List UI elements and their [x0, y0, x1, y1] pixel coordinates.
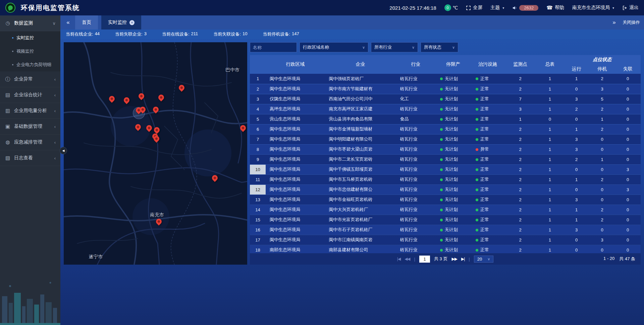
table-row[interactable]: 15阆中生态环境局阆中市光富页岩机砖厂砖瓦行业无计划正常21120	[250, 215, 641, 225]
table-row[interactable]: 16阆中生态环境局阆中市石子页岩机砖厂砖瓦行业无计划正常21300	[250, 225, 641, 235]
fullscreen-button[interactable]: 全屏	[466, 5, 482, 11]
cell-meters: 1	[536, 225, 564, 235]
cell-stop: 0	[589, 134, 615, 144]
table-row[interactable]: 11阆中生态环境局阆中市五马桥页岩机砖砖瓦行业无计划正常21120	[250, 174, 641, 184]
table-row[interactable]: 18南部生态环境局南部县建材有限公司砖瓦行业无计划正常21000	[250, 245, 641, 253]
status-filter-select[interactable]: 所有状态 ∨	[421, 42, 458, 52]
table-row[interactable]: 14阆中生态环境局阆中大兴页岩机砖厂砖瓦行业无计划正常21120	[250, 205, 641, 215]
cell-company: 阆中市二龙长宝页岩砖	[325, 154, 396, 164]
cell-lost: 0	[615, 104, 641, 114]
table-row[interactable]: 3仪陇生态环境局西南油气田分公司川中化工无计划正常71350	[250, 94, 641, 104]
sidebar-section-base-data[interactable]: ▣基础数据管理‹	[0, 119, 60, 134]
industry-filter-select[interactable]: 所有行业 ∨	[371, 42, 418, 52]
fullscreen-label: 全屏	[473, 5, 482, 11]
sidebar-section-enterprise-abnormal[interactable]: ⓘ企业异常‹	[0, 71, 60, 87]
sidebar-section-label: 企业综合统计	[14, 92, 42, 98]
industry-filter-value: 所有行业	[374, 44, 392, 50]
status-dot-icon	[440, 178, 443, 181]
table-row[interactable]: 1阆中生态环境局阆中强锐页岩砖厂砖瓦行业无计划正常21120	[250, 74, 641, 84]
table-header: 行政区域 企业 行业 停限产 治污设施 监测点 总表 点位状态 运行	[250, 55, 641, 74]
cell-run: 3	[564, 94, 589, 104]
status-dot-icon	[476, 128, 478, 131]
cell-points: 2	[504, 235, 536, 245]
status-text: 正常	[480, 177, 489, 182]
last-page-button[interactable]: ▶|	[461, 257, 465, 261]
table-row[interactable]: 4高坪生态环境局南充市高坪区王家店建砖瓦行业无计划正常31220	[250, 104, 641, 114]
theme-menu[interactable]: 主题 ▾	[490, 5, 504, 11]
table-row[interactable]: 13阆中生态环境局阆中市金福旺页岩机砖砖瓦行业无计划正常21300	[250, 195, 641, 205]
name-filter-input[interactable]	[250, 42, 297, 52]
table-row[interactable]: 7阆中生态环境局阆中明阳建材有限公司砖瓦行业无计划正常21300	[250, 134, 641, 144]
cell-points: 2	[504, 154, 536, 164]
close-operations-button[interactable]: 关闭操作	[623, 19, 640, 25]
sidebar-section-data-monitoring[interactable]: ◷数据监测∨	[0, 15, 60, 31]
status-text: 无计划	[445, 197, 458, 202]
cell-facility-status: 正常	[471, 164, 504, 174]
page-size-select[interactable]: 20 ∨	[474, 256, 494, 263]
logout-button[interactable]: 退出	[622, 5, 639, 11]
cell-points: 2	[504, 195, 536, 205]
cell-region: 阆中生态环境局	[266, 74, 325, 84]
cell-region: 阆中生态环境局	[266, 174, 325, 184]
col-company: 企业	[325, 55, 396, 74]
sidebar-section-emergency-reduction[interactable]: ◍应急减排管理‹	[0, 134, 60, 150]
region-filter-select[interactable]: 行政区域名称 ∨	[300, 42, 368, 52]
sidebar-section-enterprise-stats[interactable]: ▤企业综合统计‹	[0, 87, 60, 103]
cell-run: 2	[564, 104, 589, 114]
table-row[interactable]: 6阆中生态环境局阆中市金博瑞新型墙材砖瓦行业无计划正常21120	[250, 124, 641, 134]
sidebar-section-log-view[interactable]: ▧日志查看‹	[0, 150, 60, 166]
temperature-widget: 0 ℃	[444, 4, 458, 11]
table-row[interactable]: 2阆中生态环境局阆中市南方节能建材有砖瓦行业无计划正常21030	[250, 84, 641, 94]
sidebar-item-realtime-monitor[interactable]: 实时监控	[0, 31, 60, 45]
tab-realtime-monitor[interactable]: 实时监控 ×	[101, 15, 141, 30]
sidebar-item-power-load-detail[interactable]: 企业电力负荷明细	[0, 58, 60, 71]
cell-industry: 砖瓦行业	[396, 134, 435, 144]
alert-speaker-button[interactable]: 2632	[512, 5, 538, 11]
stat-item: 当前失联设备:10	[213, 31, 247, 37]
cell-run: 0	[564, 84, 589, 94]
status-dot-icon	[440, 219, 443, 221]
cell-points: 2	[504, 124, 536, 134]
cell-limit-status: 无计划	[435, 205, 471, 215]
cell-run: 0	[564, 114, 589, 124]
table-row[interactable]: 8阆中生态环境局阆中市枣碧大梁山页岩砖瓦行业无计划异常21300	[250, 144, 641, 154]
datetime-text: 2021-02-25 17:46:18	[389, 5, 436, 11]
cell-region: 阆中生态环境局	[266, 195, 325, 205]
sidebar-item-video-monitor[interactable]: 视频监控	[0, 45, 60, 58]
col-meters: 总表	[536, 55, 564, 74]
status-dot-icon	[476, 168, 478, 171]
tabs-scroll-left-icon[interactable]: «	[64, 19, 72, 26]
map-panel[interactable]: ◀ 巴中市南充市遂宁市	[64, 42, 247, 265]
cell-stop: 2	[589, 74, 615, 84]
cell-run: 0	[564, 184, 589, 195]
next-page-button[interactable]: ▶▶	[451, 257, 457, 261]
tabs-scroll-right-icon[interactable]: »	[610, 19, 618, 26]
cell-stop: 2	[589, 104, 615, 114]
first-page-button[interactable]: |◀	[397, 257, 400, 261]
map-collapse-button[interactable]: ◀	[60, 147, 67, 154]
table-row[interactable]: 12阆中生态环境局阆中市忠信建材有限公砖瓦行业无计划正常21003	[250, 184, 641, 195]
prev-page-button[interactable]: ◀◀	[405, 257, 410, 261]
table-row[interactable]: 9阆中生态环境局阆中市二龙长宝页岩砖砖瓦行业无计划正常21210	[250, 154, 641, 164]
org-menu[interactable]: 南充市生态环境局 ▾	[572, 5, 614, 11]
col-limit: 停限产	[435, 55, 471, 74]
tab-home[interactable]: 首页	[75, 15, 98, 30]
page-number-input[interactable]	[419, 256, 430, 263]
sidebar-section-power-analysis[interactable]: ▥企业用电量分析‹	[0, 103, 60, 119]
table-row[interactable]: 5营山生态环境局营山县润丰肉食品有限食品无计划正常10010	[250, 114, 641, 124]
table-row[interactable]: 17阆中生态环境局阆中市江南镇阆南页岩砖瓦行业无计划正常21030	[250, 235, 641, 245]
content: ◀ 巴中市南充市遂宁市 行政区域名称 ∨ 所有行业 ∨ 所有状态	[60, 39, 644, 325]
help-button[interactable]: ☎ 帮助	[546, 5, 564, 11]
skyline-illustration	[0, 273, 60, 323]
pagination-controls: |◀ ◀◀ | 共 3 页 ▶▶ ▶| | 20 ∨	[397, 256, 493, 263]
status-text: 无计划	[445, 247, 458, 252]
close-tab-icon[interactable]: ×	[129, 20, 135, 25]
cell-lost: 3	[615, 184, 641, 195]
status-text: 无计划	[445, 167, 458, 172]
table-row[interactable]: 10阆中生态环境局阆中千佛镇五郎垭页岩砖瓦行业无计划正常21003	[250, 164, 641, 174]
cell-limit-status: 无计划	[435, 174, 471, 184]
cell-stop: 3	[589, 235, 615, 245]
status-dot-icon	[440, 229, 443, 231]
alert-count-badge[interactable]: 2632	[519, 5, 538, 11]
cell-stop: 0	[589, 184, 615, 195]
